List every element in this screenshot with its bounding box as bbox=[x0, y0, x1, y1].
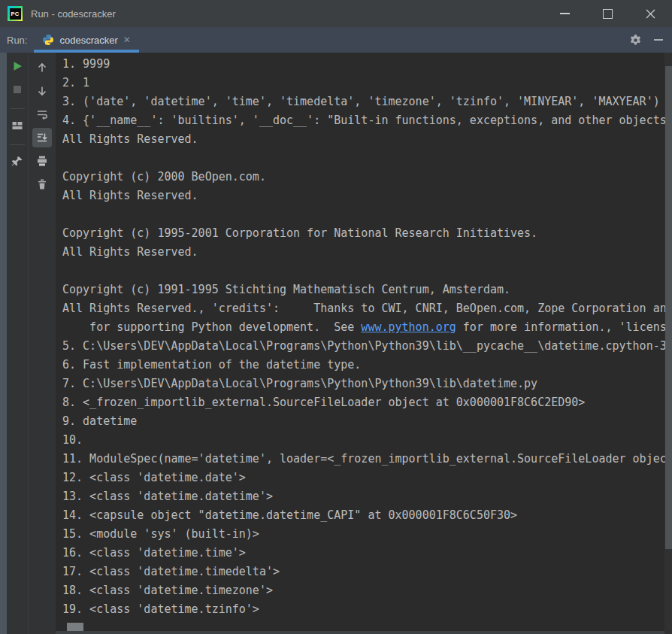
settings-button[interactable] bbox=[629, 34, 642, 47]
arrow-up-icon bbox=[36, 62, 48, 74]
run-actions-toolbar bbox=[7, 53, 28, 634]
console-text: All Rights Reserved., 'credits': Thanks … bbox=[62, 302, 672, 315]
hide-tool-window-icon bbox=[654, 39, 663, 41]
run-console-output[interactable]: 1. 99992. 13. ('date', 'datetime', 'time… bbox=[56, 53, 672, 634]
console-line: All Rights Reserved. bbox=[62, 130, 672, 149]
console-line: 17. <class 'datetime.timedelta'> bbox=[62, 563, 672, 581]
print-button[interactable] bbox=[32, 151, 52, 171]
scroll-to-end-button[interactable] bbox=[32, 128, 52, 147]
pycharm-logo-icon: PC bbox=[8, 6, 23, 21]
down-stack-trace-button[interactable] bbox=[32, 81, 52, 101]
console-text: 9. datetime bbox=[62, 414, 137, 428]
console-line: All Rights Reserved. bbox=[62, 243, 672, 262]
console-text: 18. <class 'datetime.timezone'> bbox=[62, 584, 273, 597]
titlebar[interactable]: PC Run - codescracker bbox=[0, 0, 672, 27]
console-line: 18. <class 'datetime.timezone'> bbox=[62, 581, 672, 600]
console-line: 7. C:\Users\DEV\AppData\Local\Programs\P… bbox=[62, 375, 672, 393]
console-line: 8. <_frozen_importlib_external.SourceFil… bbox=[62, 393, 672, 412]
console-actions-toolbar bbox=[28, 53, 56, 634]
vertical-scrollbar[interactable] bbox=[664, 53, 672, 634]
run-toolbar-header: Run: codescracker ✕ bbox=[0, 27, 672, 53]
scroll-to-end-icon bbox=[36, 132, 48, 144]
arrow-down-icon bbox=[36, 85, 48, 97]
console-text: 13. <class 'datetime.datetime'> bbox=[62, 490, 273, 503]
soft-wrap-icon bbox=[36, 108, 48, 120]
clear-all-button[interactable] bbox=[32, 174, 52, 194]
console-text: Copyright (c) 1991-1995 Stichting Mathem… bbox=[62, 283, 510, 296]
tab-codescracker[interactable]: codescracker ✕ bbox=[34, 27, 138, 53]
console-line bbox=[62, 262, 672, 281]
printer-icon bbox=[36, 155, 48, 167]
console-line: 12. <class 'datetime.date'> bbox=[62, 469, 672, 487]
console-text: 7. C:\Users\DEV\AppData\Local\Programs\P… bbox=[62, 377, 537, 390]
console-line: 9. datetime bbox=[62, 412, 672, 431]
window-title: Run - codescracker bbox=[31, 8, 116, 20]
tab-close-icon[interactable]: ✕ bbox=[123, 35, 131, 44]
console-output: 1. 99992. 13. ('date', 'datetime', 'time… bbox=[62, 55, 672, 619]
console-line: All Rights Reserved. bbox=[62, 187, 672, 205]
console-line: for supporting Python development. See w… bbox=[62, 318, 672, 337]
trash-icon bbox=[36, 178, 48, 190]
console-line: 5. C:\Users\DEV\AppData\Local\Programs\P… bbox=[62, 337, 672, 356]
python-org-link[interactable]: www.python.org bbox=[361, 320, 456, 334]
console-line bbox=[62, 205, 672, 224]
console-line: 14. <capsule object "datetime.datetime_C… bbox=[62, 506, 672, 525]
minimize-icon bbox=[560, 13, 570, 14]
play-icon bbox=[11, 60, 23, 72]
window-controls bbox=[543, 0, 672, 27]
console-text: 6. Fast implementation of the datetime t… bbox=[62, 358, 361, 372]
window-edge-strip bbox=[0, 53, 7, 634]
tab-label: codescracker bbox=[59, 35, 117, 46]
console-text: All Rights Reserved. bbox=[62, 132, 198, 146]
vertical-scrollbar-thumb[interactable] bbox=[665, 66, 672, 549]
pin-tab-button[interactable] bbox=[8, 153, 26, 171]
console-line: 15. <module 'sys' (built-in)> bbox=[62, 525, 672, 544]
console-line: 16. <class 'datetime.time'> bbox=[62, 544, 672, 563]
runbar-actions bbox=[629, 34, 663, 47]
console-text: 4. {'__name__': 'builtins', '__doc__': "… bbox=[62, 114, 672, 127]
console-line: 1. 9999 bbox=[62, 55, 672, 74]
console-text: for more information., 'license': Type l… bbox=[456, 320, 672, 334]
console-line: Copyright (c) 1995-2001 Corporation for … bbox=[62, 224, 672, 243]
console-line: 19. <class 'datetime.tzinfo'> bbox=[62, 600, 672, 619]
console-text: 15. <module 'sys' (built-in)> bbox=[62, 527, 259, 541]
pycharm-logo-text: PC bbox=[11, 11, 19, 17]
restore-layout-button[interactable] bbox=[8, 117, 26, 135]
console-text: 11. ModuleSpec(name='datetime', loader=<… bbox=[62, 452, 672, 466]
console-text: 14. <capsule object "datetime.datetime_C… bbox=[62, 508, 517, 522]
minimize-button[interactable] bbox=[543, 0, 586, 27]
console-text: 10. bbox=[62, 433, 83, 447]
toolbar-separator bbox=[10, 144, 25, 145]
console-text: 5. C:\Users\DEV\AppData\Local\Programs\P… bbox=[62, 339, 672, 353]
console-text: 19. <class 'datetime.tzinfo'> bbox=[62, 602, 259, 616]
layout-icon bbox=[11, 120, 23, 132]
soft-wrap-button[interactable] bbox=[32, 105, 52, 124]
console-text: 17. <class 'datetime.timedelta'> bbox=[62, 565, 280, 578]
console-text: 2. 1 bbox=[62, 76, 89, 89]
console-text: 1. 9999 bbox=[62, 57, 110, 71]
console-text: 16. <class 'datetime.time'> bbox=[62, 546, 246, 560]
up-stack-trace-button[interactable] bbox=[32, 58, 52, 77]
console-line: 13. <class 'datetime.datetime'> bbox=[62, 487, 672, 506]
console-line bbox=[62, 149, 672, 168]
maximize-button[interactable] bbox=[586, 0, 629, 27]
settings-gear-icon bbox=[629, 34, 642, 47]
console-line: 11. ModuleSpec(name='datetime', loader=<… bbox=[62, 450, 672, 469]
console-line: Copyright (c) 2000 BeOpen.com. bbox=[62, 168, 672, 187]
maximize-icon bbox=[603, 9, 613, 19]
console-text: 8. <_frozen_importlib_external.SourceFil… bbox=[62, 396, 585, 409]
python-icon bbox=[42, 34, 54, 46]
console-text: 3. ('date', 'datetime', 'time', 'timedel… bbox=[62, 95, 660, 108]
console-line: 10. bbox=[62, 431, 672, 450]
rerun-button[interactable] bbox=[8, 57, 26, 75]
close-icon bbox=[646, 9, 655, 19]
toolbar-separator bbox=[10, 108, 25, 109]
hide-tool-window-button[interactable] bbox=[654, 39, 663, 41]
console-line: All Rights Reserved., 'credits': Thanks … bbox=[62, 299, 672, 318]
close-button[interactable] bbox=[629, 0, 672, 27]
stop-button[interactable] bbox=[8, 80, 26, 99]
pycharm-run-window: PC Run - codescracker Run: codescra bbox=[0, 0, 672, 634]
console-text: All Rights Reserved. bbox=[62, 189, 198, 202]
horizontal-scrollbar[interactable] bbox=[56, 631, 664, 634]
run-label: Run: bbox=[7, 35, 27, 46]
